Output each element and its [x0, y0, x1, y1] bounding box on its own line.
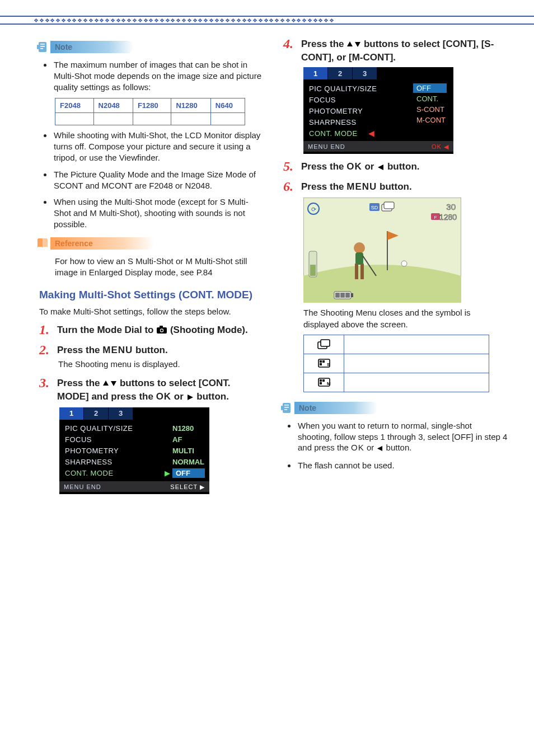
lcd-label: FOCUS: [65, 435, 92, 444]
svg-marker-9: [103, 381, 109, 386]
step-number: 5.: [283, 159, 296, 173]
lcd-tab: 3: [109, 407, 133, 420]
t: button.: [385, 161, 419, 172]
t: Turn the Mode Dial to: [57, 325, 156, 335]
note-list-right: When you want to return to normal, singl…: [284, 420, 508, 471]
menu-word: MENU: [102, 345, 133, 355]
right-arrow-icon: [186, 392, 194, 404]
ok-word: OK: [351, 443, 364, 452]
lcd-screenshot-2: 1 2 3 PIC QUALITY/SIZE FOCUS PHOTOMETRY …: [303, 67, 453, 154]
t: Press the: [57, 345, 102, 355]
step-2-sub: The Shooting menu is displayed.: [58, 359, 264, 370]
svg-rect-44: [322, 360, 325, 363]
lcd-value: N1280: [172, 424, 205, 433]
reference-icon: [35, 236, 50, 251]
lcd-tab: 1: [303, 67, 328, 79]
list-item: While shooting with Multi-Shot, the LCD …: [53, 130, 264, 163]
quality-table: F2048 N2048 F1280 N1280 N640: [55, 98, 245, 125]
note-icon: [279, 400, 294, 416]
list-item: The Picture Quality Mode and the Image S…: [53, 169, 264, 191]
svg-marker-10: [111, 381, 116, 386]
svg-marker-11: [188, 395, 193, 400]
step-number: 6.: [283, 180, 296, 193]
t: (Shooting Mode).: [167, 325, 248, 335]
svg-point-19: [401, 261, 407, 266]
t: or: [171, 391, 186, 402]
svg-text:M: M: [327, 381, 331, 386]
lcd-label: CONT. MODE: [65, 469, 114, 477]
symbol-table: S M: [303, 335, 489, 392]
note-callout-2: Note: [279, 400, 508, 416]
svg-rect-36: [351, 293, 353, 297]
lcd-label: PIC QUALITY/SIZE: [65, 424, 133, 433]
svg-rect-1: [40, 44, 45, 45]
lcd-value: MULTI: [172, 447, 205, 455]
lcd-label: SHARPNESS: [65, 458, 113, 466]
lcd-foot-left: MENU END: [64, 483, 101, 491]
reference-callout: Reference: [35, 236, 264, 251]
svg-rect-3: [40, 48, 43, 49]
svg-marker-57: [377, 446, 382, 451]
step-number: 1.: [39, 323, 51, 336]
ok-word: OK: [346, 161, 362, 172]
step-number: 4.: [283, 37, 296, 50]
after-scene-text: The Shooting Menu closes and the symbol …: [303, 307, 508, 330]
note-callout: Note: [35, 39, 264, 55]
svg-marker-14: [378, 165, 383, 170]
th: N2048: [93, 98, 133, 113]
lcd-label: PIC QUALITY/SIZE: [309, 84, 377, 93]
th: F1280: [133, 98, 171, 113]
step-text: Turn the Mode Dial to (Shooting Mode).: [57, 323, 248, 337]
t: Press the: [301, 161, 346, 172]
svg-rect-54: [284, 407, 289, 408]
scene-illustration: ⟳ SD 30 F 1280: [303, 198, 461, 303]
svg-rect-55: [284, 409, 287, 410]
svg-rect-22: [355, 264, 358, 279]
svg-rect-48: [320, 379, 322, 382]
lcd-tab: 2: [84, 407, 109, 420]
lcd-tab: 3: [353, 67, 377, 79]
left-arrow-icon: [376, 443, 383, 454]
step-6: 6. Press the MENU button.: [283, 180, 508, 193]
lcd-opt: OFF: [413, 83, 447, 93]
lcd-value: OFF: [172, 468, 205, 478]
step-4: 4. Press the buttons to select [CONT], […: [283, 37, 508, 64]
step-number: 3.: [39, 376, 51, 389]
svg-rect-23: [360, 264, 364, 279]
list-item: When you want to return to normal, singl…: [297, 420, 508, 454]
note-label: Note: [294, 402, 378, 414]
lcd-foot-left: MENU END: [308, 143, 345, 151]
menu-word: MENU: [346, 181, 377, 192]
lcd-foot-right: SELECT ▶: [170, 483, 205, 491]
svg-rect-50: [320, 382, 322, 384]
step-text: Press the buttons to select [CONT. MODE]…: [57, 376, 264, 404]
svg-rect-37: [335, 293, 340, 298]
svg-rect-32: [384, 202, 394, 209]
th: F2048: [55, 98, 94, 113]
svg-point-20: [354, 242, 365, 253]
left-arrow-icon: [377, 162, 385, 174]
svg-rect-53: [284, 405, 289, 406]
t: or: [362, 161, 377, 172]
table-row: [304, 335, 489, 354]
t: button.: [377, 181, 411, 192]
svg-marker-12: [347, 41, 353, 46]
decorative-band: ❖ ❖ ❖ ❖ ❖ ❖ ❖ ❖ ❖ ❖ ❖ ❖ ❖ ❖ ❖ ❖ ❖ ❖ ❖ ❖ …: [0, 16, 534, 25]
reference-label: Reference: [50, 237, 154, 250]
svg-marker-13: [355, 42, 360, 47]
t: button.: [133, 345, 167, 355]
svg-rect-41: [321, 340, 330, 346]
lcd-foot-right: OK ◀: [432, 143, 449, 151]
lcd-value: NORMAL: [172, 458, 205, 466]
svg-text:S: S: [327, 362, 330, 367]
step-text: Press the buttons to select [CONT], [S-C…: [301, 37, 508, 64]
svg-rect-21: [355, 252, 363, 265]
note-label: Note: [50, 41, 134, 53]
note-list-2: While shooting with Multi-Shot, the LCD …: [40, 130, 264, 229]
svg-point-8: [161, 330, 163, 332]
lcd-label: SHARPNESS: [309, 118, 357, 126]
list-item: The flash cannot be used.: [297, 460, 508, 471]
step-1: 1. Turn the Mode Dial to (Shooting Mode)…: [39, 323, 264, 337]
t: or: [364, 443, 377, 452]
svg-rect-52: [283, 403, 291, 413]
